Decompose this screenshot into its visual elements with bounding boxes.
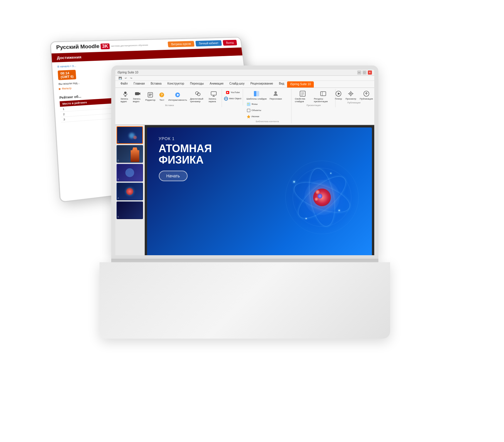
slide-thumbnails-panel[interactable]: 1 2 3 <box>115 125 145 255</box>
slide-start-button[interactable]: Начать <box>159 171 188 181</box>
content-buttons: Шаблоны слайдов Персонажи <box>245 90 289 120</box>
svg-rect-15 <box>211 92 216 95</box>
slide-content: УРОК 1 АТОМНАЯ ФИЗИКА Начать <box>159 136 212 181</box>
undo-quick-button[interactable]: ↩ <box>124 76 128 80</box>
tab-transitions[interactable]: Переходы <box>187 81 207 88</box>
player-button[interactable]: Плеер <box>334 90 343 101</box>
laptop-screen: iSpring Suite 10 ─ □ ✕ 💾 ↩ ↪ <box>111 65 378 259</box>
svg-marker-4 <box>139 93 140 95</box>
objects-button[interactable]: Объекты <box>245 107 262 113</box>
slide-thumb-4[interactable]: 4 <box>117 183 143 200</box>
ribbon-group-presentation: Свойства слайдов Ресурсы презентации Пре… <box>292 89 336 107</box>
svg-marker-35 <box>338 93 340 95</box>
save-quick-button[interactable]: 💾 <box>118 76 123 80</box>
slide-subtitle: УРОК 1 <box>159 136 212 141</box>
svg-marker-27 <box>247 115 250 118</box>
youtube-icon: ▶ <box>225 90 230 95</box>
interactivity-button[interactable]: Интерактивность <box>167 91 188 102</box>
record-video-button[interactable]: Запись видео <box>132 90 144 103</box>
slide-thumb-5[interactable]: 5 <box>117 201 143 219</box>
editor-button[interactable]: Редактор <box>144 91 156 102</box>
close-button[interactable]: ✕ <box>368 70 372 75</box>
svg-rect-26 <box>247 109 250 112</box>
svg-rect-28 <box>300 91 305 96</box>
maximize-button[interactable]: □ <box>363 70 367 75</box>
redo-quick-button[interactable]: ↪ <box>129 76 133 80</box>
backgrounds-button[interactable]: Фоны <box>245 101 262 107</box>
slide-thumb-2[interactable]: 2 <box>117 145 143 163</box>
quick-access-bar: 💾 ↩ ↪ <box>115 76 374 81</box>
main-slide: УРОК 1 АТОМНАЯ ФИЗИКА Начать <box>147 127 372 255</box>
record-screen-icon <box>210 90 217 97</box>
ribbon-group-publish: Плеер Просмотр <box>336 89 372 105</box>
characters-button[interactable]: Персонажи <box>268 90 283 101</box>
svg-rect-22 <box>254 91 256 96</box>
tab-animation[interactable]: Анимация <box>207 81 226 88</box>
svg-point-23 <box>274 91 277 94</box>
slide-templates-icon <box>253 90 260 97</box>
record-screen-button[interactable]: Запись экрана <box>207 90 220 103</box>
svg-point-0 <box>124 92 127 94</box>
slide-properties-button[interactable]: Свойства слайдов <box>294 90 312 103</box>
icons-button[interactable]: Иконки <box>245 114 262 120</box>
dialog-trainer-button[interactable]: Диалоговый тренажер <box>189 90 207 103</box>
tab-review[interactable]: Рецензирование <box>247 81 276 88</box>
icons-icon <box>246 114 251 119</box>
resources-button[interactable]: Ресурсы презентации <box>313 90 333 103</box>
scene: Русский Moodle 3K система дистанционного… <box>47 30 458 412</box>
tab-home[interactable]: Главная <box>131 81 148 88</box>
test-button[interactable]: ? Тест <box>157 91 166 102</box>
tab-slideshow[interactable]: Слайд-шоу <box>226 81 247 88</box>
publish-group-label: Публикации <box>347 101 360 104</box>
slide-title: АТОМНАЯ ФИЗИКА <box>159 143 212 166</box>
slide-thumb-3[interactable]: 3 <box>117 164 143 181</box>
laptop: iSpring Suite 10 ─ □ ✕ 💾 ↩ ↪ <box>100 65 393 389</box>
moodle-nav-buttons: Витрина курсов Личный кабинет Выход <box>168 40 237 47</box>
vitrina-button[interactable]: Витрина курсов <box>168 41 194 47</box>
insert-group-label: Вставка <box>165 104 174 107</box>
youtube-button[interactable]: ▶ YouTube <box>225 90 241 95</box>
ispring-ribbon: 💾 ↩ ↪ Файл Главная Вставка Конструктор П… <box>115 76 374 125</box>
thumb-number-3: 3 <box>118 178 119 180</box>
ribbon-group-youtube: ▶ YouTube Web Object <box>222 89 243 105</box>
atom-visualization <box>281 156 363 238</box>
tab-insert[interactable]: Вставка <box>148 81 164 88</box>
record-video-icon <box>134 90 141 97</box>
ribbon-group-insert: Запись аудио Запись видео <box>118 89 222 107</box>
tab-design[interactable]: Конструктор <box>164 81 187 88</box>
slide-thumb-1[interactable]: 1 <box>117 126 143 144</box>
tab-ispring[interactable]: iSpring Suite 10 <box>287 81 314 88</box>
youtube-group-label <box>232 102 233 105</box>
record-audio-button[interactable]: Запись аудио <box>119 90 131 103</box>
tab-view[interactable]: Вид <box>276 81 287 88</box>
record-audio-icon <box>122 90 129 97</box>
youtube-buttons: ▶ YouTube Web Object <box>223 90 242 102</box>
ribbon-group-content: Шаблоны слайдов Персонажи <box>244 89 291 123</box>
web-object-button[interactable]: Web Object <box>223 96 242 102</box>
slide-properties-icon <box>299 90 306 97</box>
moodle-page-title: Достижения <box>57 55 81 60</box>
svg-point-37 <box>350 93 351 94</box>
test-icon: ? <box>158 91 165 98</box>
presentation-group-label: Презентация <box>306 104 321 107</box>
svg-text:?: ? <box>161 93 163 97</box>
ribbon-tabs: Файл Главная Вставка Конструктор Переход… <box>115 81 374 88</box>
presentation-buttons: Свойства слайдов Ресурсы презентации <box>294 90 333 103</box>
thumb-number-4: 4 <box>118 197 119 199</box>
svg-rect-32 <box>321 92 326 96</box>
slide-main-canvas[interactable]: УРОК 1 АТОМНАЯ ФИЗИКА Начать <box>145 125 374 255</box>
dialog-trainer-icon <box>194 90 201 97</box>
publish-button[interactable]: Публикация <box>359 90 374 101</box>
exit-button[interactable]: Выход <box>222 40 237 46</box>
atom-core <box>313 189 331 206</box>
svg-point-25 <box>247 103 249 104</box>
minimize-button[interactable]: ─ <box>357 70 361 75</box>
cabinet-button[interactable]: Личный кабинет <box>195 40 222 46</box>
tab-file[interactable]: Файл <box>118 81 131 88</box>
insert-buttons: Запись аудио Запись видео <box>119 90 220 103</box>
slide-templates-button[interactable]: Шаблоны слайдов <box>245 90 268 101</box>
laptop-base <box>100 262 390 339</box>
thumb-number-5: 5 <box>118 216 119 218</box>
preview-button[interactable]: Просмотр <box>344 90 358 101</box>
characters-icon <box>272 90 279 97</box>
